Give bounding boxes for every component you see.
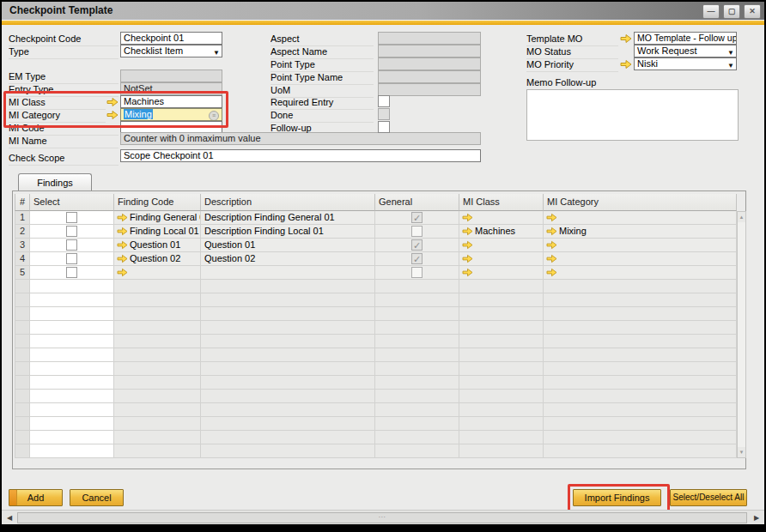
select-checkbox[interactable] [66, 239, 77, 251]
cell-description [201, 280, 375, 293]
cell-mi-category[interactable] [544, 252, 737, 266]
column-header[interactable]: Description [201, 194, 375, 211]
cell-mi-class[interactable] [459, 252, 544, 266]
cell-mi-category[interactable] [544, 239, 737, 252]
title-bar[interactable]: Checkpoint Template — ▢ ✕ [2, 2, 764, 20]
scroll-left-icon[interactable]: ◀ [3, 511, 16, 524]
cell-description[interactable]: Description Finding Local 01 [201, 225, 375, 239]
select-deselect-all-button[interactable]: Select/Deselect All [670, 489, 747, 506]
select-checkbox[interactable] [66, 212, 77, 223]
link-arrow-icon[interactable] [117, 254, 128, 266]
link-arrow-icon[interactable] [546, 268, 557, 280]
column-header[interactable]: Finding Code [114, 194, 201, 211]
memo-follow-up-textarea[interactable] [526, 89, 739, 141]
cell-mi-category [544, 376, 737, 390]
link-arrow-icon[interactable] [117, 268, 128, 280]
cell-mi-category[interactable] [544, 266, 737, 280]
cell-select[interactable] [30, 211, 114, 225]
scroll-down-icon[interactable]: ▼ [738, 447, 745, 457]
checkpoint-template-window: Checkpoint Template — ▢ ✕ Checkpoint Cod… [0, 0, 766, 532]
minimize-icon[interactable]: — [702, 4, 720, 19]
type-select[interactable]: Checklist Item ▼ [120, 45, 222, 57]
link-arrow-icon[interactable] [462, 213, 473, 225]
cell-select[interactable] [30, 266, 114, 280]
cell-finding-code [114, 444, 201, 458]
cell-finding-code[interactable] [114, 266, 201, 280]
template-mo-link-arrow-icon[interactable] [620, 33, 632, 44]
scroll-right-icon[interactable]: ▶ [750, 511, 763, 524]
cell-finding-code[interactable]: Finding Local 01 [114, 225, 201, 239]
cell-select[interactable] [30, 252, 114, 266]
link-arrow-icon[interactable] [117, 213, 128, 225]
cell-description [201, 403, 375, 417]
cell-mi-class[interactable]: Machines [459, 225, 544, 239]
mo-priority-select[interactable]: Niski ▼ [634, 57, 737, 70]
template-mo-input[interactable]: MO Template - Follow up [634, 32, 737, 45]
cell-general [375, 239, 459, 252]
link-arrow-icon[interactable] [117, 240, 128, 252]
cell-finding-code[interactable]: Question 02 [114, 252, 201, 266]
cell-row-number: 1 [15, 211, 30, 225]
cell-description[interactable] [201, 266, 375, 280]
cell-description [201, 321, 375, 335]
select-checkbox[interactable] [66, 267, 77, 278]
select-checkbox[interactable] [66, 253, 77, 264]
cell-description[interactable]: Description Finding General 01 [201, 211, 375, 225]
column-header[interactable]: MI Category [544, 194, 737, 211]
horizontal-scrollbar[interactable]: ◀ ⋯ ▶ [2, 510, 764, 524]
link-arrow-icon[interactable] [462, 240, 473, 252]
cell-select[interactable] [30, 239, 114, 252]
table-row [15, 321, 737, 335]
cell-mi-class[interactable] [459, 266, 544, 280]
close-icon[interactable]: ✕ [744, 4, 761, 19]
link-arrow-icon[interactable] [462, 254, 473, 266]
table-row [15, 431, 737, 444]
cell-row-number [15, 293, 30, 307]
link-arrow-icon[interactable] [117, 227, 128, 239]
link-arrow-icon[interactable] [546, 240, 557, 252]
cell-description[interactable]: Question 01 [201, 239, 375, 252]
cell-select[interactable] [30, 225, 114, 239]
cell-select [30, 280, 114, 293]
cell-finding-code[interactable]: Finding General 01 [114, 211, 201, 225]
template-mo-label: Template MO [526, 33, 618, 46]
cell-mi-class[interactable] [459, 211, 544, 225]
tab-findings[interactable]: Findings [18, 173, 92, 191]
link-arrow-icon[interactable] [462, 227, 473, 239]
cancel-button[interactable]: Cancel [70, 489, 124, 506]
checkpoint-code-input[interactable]: Checkpoint 01 [120, 32, 222, 45]
select-checkbox[interactable] [66, 226, 77, 237]
link-arrow-icon[interactable] [462, 268, 473, 280]
link-arrow-icon[interactable] [546, 254, 557, 266]
column-header[interactable]: General [375, 194, 459, 211]
follow-up-label: Follow-up [271, 123, 374, 136]
mo-priority-link-arrow-icon[interactable] [620, 59, 632, 70]
add-button[interactable]: Add [9, 489, 63, 506]
column-header[interactable]: MI Class [459, 194, 544, 211]
cell-mi-class [459, 417, 544, 431]
link-arrow-icon[interactable] [546, 213, 557, 225]
column-header[interactable]: Select [30, 194, 114, 211]
cell-mi-class[interactable] [459, 239, 544, 252]
cell-mi-class [459, 390, 544, 403]
column-header[interactable]: # [15, 194, 30, 211]
follow-up-checkbox[interactable] [378, 121, 390, 133]
scrollbar-thumb[interactable]: ⋯ [17, 512, 747, 523]
cell-finding-code [114, 321, 201, 335]
link-arrow-icon[interactable] [546, 227, 557, 239]
maximize-icon[interactable]: ▢ [723, 4, 740, 19]
cell-description[interactable]: Question 02 [201, 252, 375, 266]
scroll-up-icon[interactable]: ▲ [738, 212, 745, 222]
cell-mi-category [544, 362, 737, 376]
cell-mi-category[interactable] [544, 211, 737, 225]
aspect-label: Aspect [271, 33, 374, 46]
table-row: 1Finding General 01Description Finding G… [15, 211, 737, 225]
general-checkbox [411, 226, 423, 237]
cell-general [375, 293, 459, 307]
required-entry-checkbox[interactable] [378, 95, 390, 107]
mo-status-select[interactable]: Work Request ▼ [634, 45, 737, 57]
check-scope-input[interactable]: Scope Checkpoint 01 [120, 149, 481, 162]
cell-finding-code[interactable]: Question 01 [114, 239, 201, 252]
cell-mi-category[interactable]: Mixing [544, 225, 737, 239]
table-vertical-scrollbar[interactable]: ▲ ▼ [737, 211, 746, 458]
